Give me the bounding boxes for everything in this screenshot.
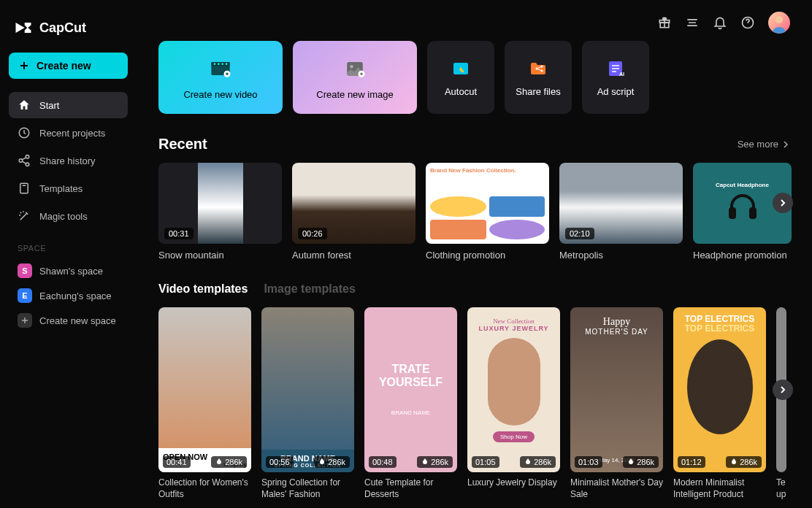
capcut-logo-icon [13,18,34,38]
template-tabs: Video templates Image templates [158,282,790,296]
recent-item-headphone-promotion[interactable]: Capcut Headphone Headphone promotion [693,163,792,261]
usage-count: 286k [314,456,350,468]
create-image-card[interactable]: Create new image [293,41,417,114]
chevron-right-icon [778,199,787,207]
recent-scroll-right[interactable] [773,193,793,213]
action-label: Share files [516,86,560,97]
template-partial[interactable]: Te up [776,307,786,500]
flame-icon [730,458,738,466]
sidebar: CapCut Create new Start Recent projects … [0,0,137,508]
action-label: Create new image [316,89,394,100]
svg-rect-25 [729,207,736,219]
template-males-fashion[interactable]: BRAND NAMESPRING COLLECTION 00:56286k Sp… [261,307,354,500]
flame-icon [318,458,326,466]
tab-video-templates[interactable]: Video templates [158,282,248,296]
nav-label: Share history [39,155,96,166]
video-clip-icon [207,55,234,82]
flame-icon [215,458,223,466]
svg-rect-4 [20,183,28,193]
svg-rect-26 [749,207,757,219]
action-label: Create new video [183,89,257,100]
space-shawn[interactable]: S Shawn's space [9,258,128,283]
ad-script-icon: AI [605,58,626,79]
duration-badge: 00:31 [164,228,194,239]
space-label: Eachung's space [39,290,112,301]
template-row: OPEN NOWIn Spring 00:41286k Collection f… [158,307,790,500]
user-avatar[interactable] [768,12,790,34]
svg-point-8 [775,16,783,23]
help-icon[interactable] [740,15,755,30]
template-title: Minimalist Mother's Day Sale [570,477,663,500]
create-video-card[interactable]: Create new video [158,41,283,114]
share-files-card[interactable]: Share files [505,41,572,114]
usage-count: 286k [520,456,556,468]
recent-title: Snow mountain [158,250,282,261]
nav-label: Start [39,100,59,111]
svg-point-2 [19,159,23,163]
clock-icon [18,126,31,139]
nav-share-history[interactable]: Share history [9,147,128,174]
image-icon [342,55,368,82]
app-name: CapCut [39,20,86,36]
magic-wand-icon [18,209,31,223]
folder-share-icon [528,58,548,79]
action-label: Autocut [445,86,477,97]
template-title: Cute Template for Desserts [364,477,457,500]
template-title: Modern Minimalist Intelligent Product Pr… [673,477,766,500]
stack-icon[interactable] [685,15,700,30]
usage-count: 286k [726,456,762,468]
topbar [137,0,812,41]
template-mothers-day[interactable]: HappyMOTHER'S DAYMay 14, 2023 01:03286k … [570,307,663,500]
nav-label: Magic tools [39,211,88,222]
home-icon [18,99,31,112]
tab-image-templates[interactable]: Image templates [264,282,355,296]
recent-item-autumn-forest[interactable]: 00:26 Autumn forest [292,163,415,261]
nav-label: Templates [39,183,83,194]
space-avatar: S [18,263,32,278]
nav-start[interactable]: Start [9,92,128,118]
main-area: Create new video Create new image Autocu… [137,0,812,508]
space-eachung[interactable]: E Eachung's space [9,283,128,308]
action-cards-row: Create new video Create new image Autocu… [158,41,790,114]
templates-scroll-right[interactable] [773,380,793,400]
flame-icon [627,458,635,466]
usage-count: 286k [211,456,247,468]
bell-icon[interactable] [713,15,727,30]
nav-magic-tools[interactable]: Magic tools [9,203,128,229]
recent-title: Metropolis [559,250,683,261]
duration-badge: 02:10 [565,228,594,239]
recent-item-clothing-promotion[interactable]: Brand New Fashion Collection. Clothing p… [426,163,549,261]
template-desserts[interactable]: TRATEYOURSELFBRAND NAME 00:48286k Cute T… [364,307,457,500]
create-new-space[interactable]: Create new space [9,308,128,333]
recent-item-snow-mountain[interactable]: 00:31 Snow mountain [158,163,282,261]
template-intelligent-product[interactable]: TOP ELECTRICSTOP ELECTRICS 01:12286k Mod… [673,307,766,500]
app-logo[interactable]: CapCut [9,12,128,53]
see-more-link[interactable]: See more [738,139,790,150]
create-new-label: Create new [37,60,91,72]
svg-text:AI: AI [619,72,624,77]
see-more-label: See more [738,139,778,150]
plus-icon [18,313,32,328]
chevron-right-icon [778,385,787,394]
nav-recent-projects[interactable]: Recent projects [9,120,128,146]
ad-script-card[interactable]: AI Ad script [582,41,649,114]
svg-point-1 [26,155,29,159]
nav-templates[interactable]: Templates [9,175,128,201]
headphone-icon [724,188,761,225]
usage-count: 286k [623,456,659,468]
template-title: Collection for Women's Outfits [158,477,251,500]
duration-badge: 00:48 [369,456,397,468]
template-womens-outfits[interactable]: OPEN NOWIn Spring 00:41286k Collection f… [158,307,251,500]
recent-projects-row: 00:31 Snow mountain 00:26 Autumn forest … [158,163,790,261]
recent-item-metropolis[interactable]: 02:10 Metropolis [559,163,683,261]
recent-title: Headphone promotion [693,250,792,261]
autocut-card[interactable]: Autocut [427,41,494,114]
duration-badge: 00:26 [298,228,327,239]
recent-title: Clothing promotion [426,250,549,261]
svg-point-11 [214,63,216,65]
action-label: Ad script [597,86,635,97]
space-label: Shawn's space [39,266,103,277]
template-luxury-jewelry[interactable]: New CollectionLUXURY JEWELRYShop Now 01:… [467,307,560,500]
gift-icon[interactable] [657,15,672,30]
create-new-button[interactable]: Create new [9,53,128,79]
